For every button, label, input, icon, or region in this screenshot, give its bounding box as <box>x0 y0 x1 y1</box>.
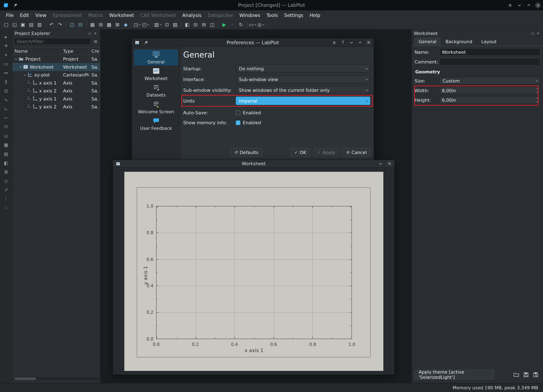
grid-tool-icon[interactable]: ▦ <box>2 142 10 148</box>
axes-box[interactable] <box>156 206 352 339</box>
close-dock-icon[interactable]: × <box>535 30 541 36</box>
curve-tool-icon[interactable]: ∿ <box>2 97 10 103</box>
comment-field[interactable] <box>439 58 540 66</box>
list-windows-icon[interactable]: ⊟ <box>76 20 85 28</box>
panel-tool-icon[interactable]: ◧ <box>2 160 10 166</box>
export-image-icon[interactable]: ▨ <box>171 20 179 28</box>
close-window-button[interactable]: × <box>535 2 541 8</box>
insert-plot-tool-icon[interactable]: ⊞ <box>2 169 10 175</box>
menu-analysis[interactable]: Analysis <box>179 11 205 19</box>
expander-icon[interactable] <box>18 65 23 69</box>
menu-settings[interactable]: Settings <box>281 11 306 19</box>
bracket-up-tool-icon[interactable]: ⊔ <box>2 132 10 139</box>
settings-category-welcome-screen[interactable]: Welcome Screen <box>134 99 178 115</box>
load-theme-icon[interactable] <box>512 370 521 379</box>
new-dock-icon[interactable]: ◰ <box>142 20 151 28</box>
expander-icon[interactable] <box>14 57 18 61</box>
new-document-icon[interactable]: ▢ <box>2 20 10 28</box>
pause-icon[interactable]: ◦ <box>228 20 237 28</box>
menu-windows[interactable]: Windows <box>236 11 263 19</box>
tree-row-x-axis-1[interactable]: x axis 1AxisSa. <box>12 79 100 87</box>
menu-edit[interactable]: Edit <box>17 11 32 19</box>
split-bottom-icon[interactable]: ⊟ <box>191 20 200 28</box>
tree-row-project[interactable]: ProjectProjectSa. <box>12 55 100 63</box>
window-layout-icon[interactable]: ◫ <box>208 20 216 28</box>
select-mode-icon[interactable]: ◎ <box>257 20 266 28</box>
shape-tool-icon[interactable]: ◇ <box>2 178 10 184</box>
filter-options-icon[interactable]: ≡ <box>92 38 99 45</box>
menu-datapicker[interactable]: Datapicker <box>205 11 236 19</box>
spin-up-icon[interactable] <box>535 97 540 100</box>
spin-down-icon[interactable] <box>535 90 540 94</box>
menu-spreadsheet[interactable]: Spreadsheet <box>49 11 85 19</box>
menu-worksheet[interactable]: Worksheet <box>106 11 137 19</box>
ok-button[interactable]: ✓ OK <box>290 148 310 157</box>
tab-background[interactable]: Background <box>441 38 476 46</box>
subwindow-close-button[interactable]: × <box>386 161 392 166</box>
pointer-tool-icon[interactable]: ▸ <box>2 34 10 40</box>
menu-cas-worksheet[interactable]: CAS Worksheet <box>137 11 179 19</box>
pin-icon[interactable] <box>12 2 19 8</box>
tab-layout[interactable]: Layout <box>477 38 501 46</box>
export-theme-icon[interactable] <box>531 370 540 379</box>
checkbox-checked[interactable]: ✓ <box>236 120 240 125</box>
save-theme-icon[interactable] <box>521 370 531 379</box>
zoom-mode-icon[interactable]: ▭ <box>249 20 257 28</box>
menu-tools[interactable]: Tools <box>263 11 281 19</box>
scrollbar-thumb[interactable] <box>14 378 36 380</box>
shade-down-icon[interactable] <box>516 2 523 8</box>
menu-help[interactable]: Help <box>306 11 323 19</box>
menu-file[interactable]: File <box>3 11 17 19</box>
float-dock-icon[interactable]: ◇ <box>530 30 535 36</box>
dialog-pin-icon[interactable] <box>143 39 149 45</box>
startup-select[interactable]: Do nothing <box>236 64 370 73</box>
subwindow-shade-icon[interactable] <box>377 160 384 167</box>
sub-window-visibility-select[interactable]: Show windows of the current folder only <box>236 86 370 94</box>
name-field[interactable] <box>439 48 540 56</box>
tree-row-y-axis-1[interactable]: y axis 1AxisSa. <box>12 95 100 103</box>
label-tool-icon[interactable]: ⌐ <box>2 114 10 121</box>
open-project-icon[interactable]: ◱ <box>10 20 19 28</box>
units-select[interactable]: Imperial <box>236 97 370 105</box>
pick-point-tool-icon[interactable]: ⌖ <box>2 52 10 58</box>
new-matrix-icon[interactable]: ▩ <box>105 20 113 28</box>
checkbox-unchecked[interactable] <box>236 110 240 115</box>
pan-vertical-tool-icon[interactable]: ↕ <box>2 79 10 85</box>
menu-matrix[interactable]: Matrix <box>85 11 106 19</box>
worksheet-page[interactable]: 0.00.20.40.60.81.0 0.00.20.40.60.81.0 x … <box>124 172 383 371</box>
defaults-button[interactable]: ↺ Defaults <box>230 148 262 157</box>
cancel-button[interactable]: ⊘ Cancel <box>342 148 371 157</box>
close-dock-icon[interactable]: × <box>92 30 98 36</box>
zoom-fit-tool-icon[interactable]: ⊡ <box>2 88 10 94</box>
refresh-icon[interactable]: ↻ <box>237 20 245 28</box>
expander-icon[interactable] <box>23 73 27 77</box>
apply-theme-button[interactable]: Apply theme [active 'SolarizedLight'] <box>414 370 494 380</box>
save-project-icon[interactable]: ▣ <box>19 20 27 28</box>
settings-category-worksheet[interactable]: Worksheet <box>134 66 178 82</box>
apply-button[interactable]: ✓ Apply <box>313 148 339 157</box>
axis-tool-icon[interactable]: ∟ <box>2 106 10 112</box>
print-preview-icon[interactable]: ▥ <box>35 20 44 28</box>
settings-category-user-feedback[interactable]: User Feedback <box>134 116 178 132</box>
new-plot-icon[interactable]: ▧ <box>154 20 163 28</box>
more-tool-icon[interactable]: ⋮ <box>2 196 10 202</box>
dialog-shade-down-icon[interactable] <box>348 39 355 45</box>
keep-above-icon[interactable] <box>507 2 513 8</box>
redo-icon[interactable]: ↷ <box>56 20 64 28</box>
sheet-tool-icon[interactable]: ▤ <box>2 151 10 157</box>
column-type[interactable]: Type <box>61 47 89 55</box>
tree-row-xy-plot[interactable]: xy-plotCartesianPlotSa. <box>12 71 100 79</box>
crosshair-tool-icon[interactable]: ✛ <box>2 43 10 49</box>
width-stepper[interactable]: 8,00in <box>439 87 540 94</box>
dialog-close-button[interactable]: × <box>366 40 371 45</box>
tile-windows-icon[interactable]: ◫ <box>68 20 76 28</box>
tree-row-x-axis-2[interactable]: x axis 2AxisSa. <box>12 87 100 95</box>
dialog-shade-up-icon[interactable] <box>357 39 363 45</box>
settings-category-datasets[interactable]: Datasets <box>134 83 178 99</box>
import-data-icon[interactable]: ⊠ <box>113 20 122 28</box>
new-spreadsheet-icon[interactable]: ⊞ <box>96 20 105 28</box>
bracket-down-tool-icon[interactable]: ⊓ <box>2 124 10 130</box>
plot-area[interactable]: 0.00.20.40.60.81.0 0.00.20.40.60.81.0 x … <box>137 187 371 357</box>
height-stepper[interactable]: 6,00in <box>439 96 540 104</box>
tree-row-y-axis-2[interactable]: y axis 2AxisSa. <box>12 103 100 111</box>
